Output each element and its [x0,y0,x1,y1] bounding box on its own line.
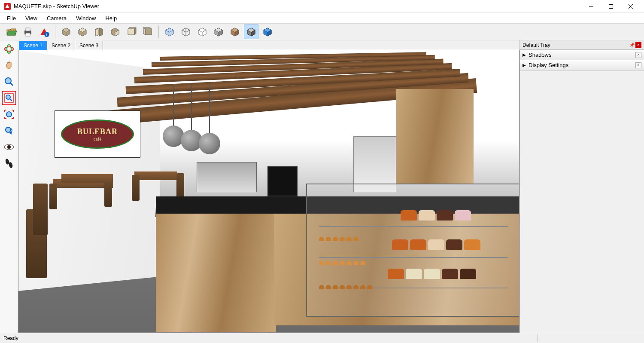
close-button[interactable] [621,0,641,13]
scene-render: BULEBAR café [18,50,519,332]
hidden-line-icon[interactable] [195,24,210,39]
status-right-pane [538,334,641,342]
menu-window[interactable]: Window [72,14,100,23]
scene-tab-3[interactable]: Scene 3 [75,41,103,50]
scene-tab-2[interactable]: Scene 2 [47,41,75,50]
svg-point-11 [7,45,11,53]
tray-panel-display-settings[interactable]: ▶ Display Settings × [520,60,644,70]
left-view-icon[interactable] [124,24,139,39]
svg-rect-2 [609,4,613,8]
zoom-window-tool-icon[interactable] [2,91,16,105]
minimize-button[interactable] [581,0,601,13]
menu-view[interactable]: View [21,14,42,23]
top-view-icon[interactable] [75,24,90,39]
walk-tool-icon[interactable] [2,156,16,170]
menu-camera[interactable]: Camera [43,14,71,23]
svg-point-12 [5,78,11,84]
tray-title: Default Tray [522,42,550,48]
window-title: MAQUETE.skp - SketchUp Viewer [14,3,581,9]
maximize-button[interactable] [601,0,621,13]
previous-view-tool-icon[interactable] [2,124,16,138]
shaded-textures-icon[interactable] [228,24,242,39]
right-tray: Default Tray 📌 × ▶ Shadows × ▶ Display S… [519,40,644,333]
iso-view-icon[interactable] [59,24,73,39]
zoom-tool-icon[interactable] [2,75,16,89]
color-by-layer-icon[interactable] [260,24,275,39]
svg-rect-7 [26,33,30,36]
logo-text-sub: café [94,136,101,141]
svg-point-10 [5,47,13,51]
panel-label: Shadows [529,52,551,58]
wireframe-icon[interactable] [179,24,193,39]
xray-icon[interactable] [162,24,177,39]
statusbar: Ready [0,333,644,343]
scene-tab-1[interactable]: Scene 1 [19,41,47,50]
model-info-icon[interactable]: i [37,24,52,39]
print-icon[interactable] [21,24,35,39]
monochrome-icon[interactable] [244,24,258,39]
svg-line-13 [10,83,13,86]
svg-point-18 [6,127,11,132]
svg-rect-6 [26,28,30,31]
scene-tabs: Scene 1 Scene 2 Scene 3 [18,40,519,50]
front-view-icon[interactable] [91,24,106,39]
menu-file[interactable]: File [3,14,20,23]
pan-tool-icon[interactable] [2,58,16,72]
panel-label: Display Settings [529,62,568,68]
window-controls [581,0,641,13]
shaded-icon[interactable] [211,24,226,39]
caret-icon: ▶ [522,63,526,67]
wall-sign: BULEBAR café [55,110,140,158]
open-file-icon[interactable] [4,24,19,39]
orbit-tool-icon[interactable] [2,42,16,56]
pin-icon[interactable]: 📌 [629,43,635,47]
svg-point-15 [6,95,10,99]
zoom-extents-tool-icon[interactable] [2,107,16,121]
svg-point-21 [8,146,10,148]
left-toolbar [0,40,18,333]
panel-close-icon[interactable]: × [635,52,641,58]
svg-point-17 [6,112,12,117]
main-toolbar: i [0,23,644,40]
look-around-tool-icon[interactable] [2,140,16,154]
back-view-icon[interactable] [108,24,122,39]
tray-close-icon[interactable]: × [635,42,641,48]
caret-icon: ▶ [522,52,526,57]
logo-text-main: BULEBAR [77,127,118,136]
svg-text:i: i [46,33,48,37]
app-icon [3,3,11,10]
tray-panel-shadows[interactable]: ▶ Shadows × [520,50,644,60]
panel-close-icon[interactable]: × [635,62,641,68]
viewport-3d[interactable]: BULEBAR café [18,50,519,333]
viewport-wrap: Scene 1 Scene 2 Scene 3 [18,40,519,333]
main-area: Scene 1 Scene 2 Scene 3 [0,40,644,333]
titlebar: MAQUETE.skp - SketchUp Viewer [0,0,644,13]
status-text: Ready [3,335,18,341]
right-view-icon[interactable] [140,24,155,39]
svg-line-16 [10,99,12,101]
tray-header[interactable]: Default Tray 📌 × [520,40,644,50]
menubar: File View Camera Window Help [0,13,644,23]
menu-help[interactable]: Help [101,14,121,23]
